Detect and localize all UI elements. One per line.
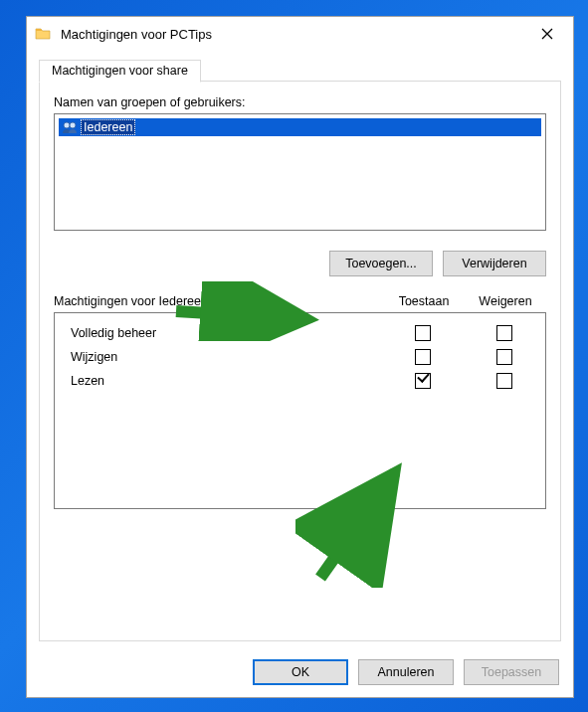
users-listbox[interactable]: Iedereen [54,113,546,231]
permission-label: Lezen [71,374,382,388]
permissions-listbox: Volledig beheerWijzigenLezen [54,312,546,509]
tab-share-permissions[interactable]: Machtigingen voor share [39,60,201,83]
list-item[interactable]: Iedereen [59,118,541,136]
tab-content: Namen van groepen of gebruikers: Iederee… [40,82,560,519]
apply-button[interactable]: Toepassen [464,659,559,685]
permission-deny-cell [464,349,545,365]
permission-allow-cell [382,373,464,389]
svg-point-0 [64,122,70,128]
permissions-header: Machtigingen voor Iedereen Toestaan Weig… [54,294,546,308]
user-name: Iedereen [81,119,135,135]
dialog-footer: OK Annuleren Toepassen [27,649,573,697]
tab-panel: Machtigingen voor share Namen van groepe… [39,81,561,641]
ok-button[interactable]: OK [253,659,348,685]
remove-button[interactable]: Verwijderen [443,251,546,276]
permission-row: Volledig beheer [55,321,545,345]
cancel-button[interactable]: Annuleren [358,659,454,685]
titlebar: Machtigingen voor PCTips [27,17,573,51]
group-icon [61,120,79,134]
col-allow-label: Toestaan [383,294,465,308]
permission-deny-cell [464,373,545,389]
window-title: Machtigingen voor PCTips [61,27,525,42]
user-buttons-row: Toevoegen... Verwijderen [54,251,546,276]
close-button[interactable] [525,19,569,49]
svg-point-1 [70,122,76,128]
permission-row: Wijzigen [55,345,545,369]
deny-checkbox[interactable] [496,349,512,365]
allow-checkbox[interactable] [415,325,431,341]
close-icon [541,28,553,40]
permission-allow-cell [382,325,464,341]
deny-checkbox[interactable] [496,373,512,389]
permissions-dialog: Machtigingen voor PCTips Machtigingen vo… [26,16,574,698]
allow-checkbox[interactable] [415,349,431,365]
users-label: Namen van groepen of gebruikers: [54,95,546,109]
folder-icon [35,26,51,42]
add-button[interactable]: Toevoegen... [329,251,433,276]
permission-row: Lezen [55,369,545,393]
permission-allow-cell [382,349,464,365]
dialog-body: Machtigingen voor share Namen van groepe… [27,51,573,649]
allow-checkbox[interactable] [415,373,431,389]
deny-checkbox[interactable] [496,325,512,341]
permission-deny-cell [464,325,545,341]
permission-label: Volledig beheer [71,326,382,340]
col-deny-label: Weigeren [465,294,546,308]
permission-label: Wijzigen [71,350,382,364]
permissions-header-label: Machtigingen voor Iedereen [54,294,383,308]
